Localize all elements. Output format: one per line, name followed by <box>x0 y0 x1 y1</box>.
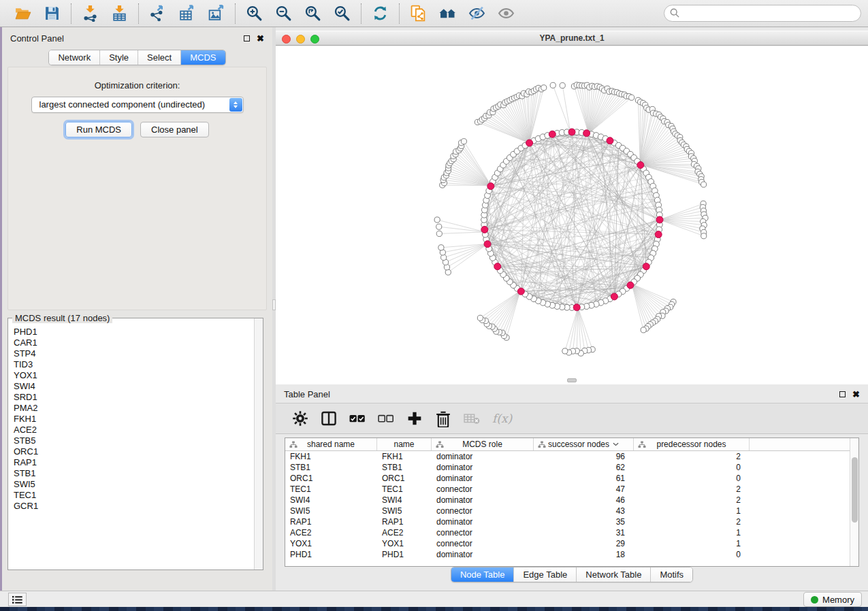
cell-shared-name[interactable]: YOX1 <box>285 538 377 549</box>
cell-successor-nodes[interactable]: 29 <box>534 538 634 549</box>
cell-shared-name[interactable]: RAP1 <box>285 516 377 527</box>
close-table-panel-icon[interactable]: ✖ <box>852 390 860 399</box>
cell-predecessor-nodes[interactable]: 2 <box>634 495 750 506</box>
export-network-icon[interactable] <box>148 4 167 22</box>
cell-name[interactable]: FKH1 <box>377 451 432 462</box>
cell-shared-name[interactable]: ACE2 <box>285 527 377 538</box>
mcds-result-item[interactable]: TEC1 <box>14 490 254 501</box>
cell-name[interactable]: SWI4 <box>377 495 432 506</box>
first-neighbors-icon[interactable] <box>438 4 457 22</box>
cell-shared-name[interactable]: SWI4 <box>285 495 377 506</box>
tab-edge-table[interactable]: Edge Table <box>513 567 576 582</box>
cell-predecessor-nodes[interactable]: 1 <box>634 506 750 516</box>
cell-successor-nodes[interactable]: 46 <box>534 495 634 506</box>
column-header-successor-nodes[interactable]: successor nodes <box>534 438 634 450</box>
mcds-result-item[interactable]: ORC1 <box>14 446 254 457</box>
zoom-in-icon[interactable] <box>245 4 263 22</box>
mcds-result-item[interactable]: PMA2 <box>14 403 254 414</box>
cell-name[interactable]: YOX1 <box>377 538 432 549</box>
deselect-all-icon[interactable] <box>378 410 394 427</box>
tab-style[interactable]: Style <box>99 50 138 65</box>
mcds-result-item[interactable]: SWI5 <box>14 479 254 490</box>
network-window-titlebar[interactable]: YPA_prune.txt_1 <box>276 31 868 46</box>
cell-MCDS-role[interactable]: dominator <box>432 516 534 527</box>
cell-successor-nodes[interactable]: 96 <box>534 451 634 462</box>
zoom-fit-icon[interactable] <box>304 4 322 22</box>
network-hscroll-thumb[interactable] <box>567 378 577 382</box>
cell-predecessor-nodes[interactable]: 1 <box>634 527 750 538</box>
cell-shared-name[interactable]: TEC1 <box>285 484 377 495</box>
cell-predecessor-nodes[interactable]: 0 <box>634 549 750 560</box>
hide-selected-icon[interactable] <box>468 4 486 22</box>
table-row[interactable]: SWI5SWI5connector431 <box>285 506 858 516</box>
column-header-shared-name[interactable]: shared name <box>285 438 377 450</box>
network-snapshot-icon[interactable] <box>409 4 428 22</box>
table-row[interactable]: PHD1PHD1dominator180 <box>285 549 858 560</box>
tab-motifs[interactable]: Motifs <box>650 567 692 582</box>
table-row[interactable]: YOX1YOX1connector291 <box>285 538 858 549</box>
float-table-panel-icon[interactable] <box>839 391 846 397</box>
mcds-result-item[interactable]: SRD1 <box>14 392 254 403</box>
mcds-result-item[interactable]: FKH1 <box>14 414 254 425</box>
cell-successor-nodes[interactable]: 62 <box>534 462 634 473</box>
cell-successor-nodes[interactable]: 43 <box>534 506 634 516</box>
table-row[interactable]: SWI4SWI4dominator462 <box>285 495 858 506</box>
mcds-result-item[interactable]: CAR1 <box>14 337 254 348</box>
zoom-selected-icon[interactable] <box>333 4 351 22</box>
refresh-icon[interactable] <box>371 4 389 22</box>
tab-select[interactable]: Select <box>138 50 180 65</box>
mcds-result-item[interactable]: YOX1 <box>14 370 254 381</box>
cell-name[interactable]: PHD1 <box>377 549 432 560</box>
cell-successor-nodes[interactable]: 47 <box>534 484 634 495</box>
cell-predecessor-nodes[interactable]: 0 <box>634 473 750 484</box>
cell-MCDS-role[interactable]: dominator <box>432 549 534 560</box>
import-network-icon[interactable] <box>81 4 99 22</box>
tab-network-table[interactable]: Network Table <box>576 567 650 582</box>
memory-button[interactable]: Memory <box>803 592 862 607</box>
cell-successor-nodes[interactable]: 18 <box>534 549 634 560</box>
status-menu-button[interactable] <box>8 593 27 606</box>
export-table-icon[interactable] <box>178 4 196 22</box>
mcds-result-list[interactable]: PHD1CAR1STP4TID3YOX1SWI4SRD1PMA2FKH1ACE2… <box>8 323 254 569</box>
zoom-out-icon[interactable] <box>274 4 293 22</box>
cell-MCDS-role[interactable]: dominator <box>432 451 534 462</box>
cell-name[interactable]: RAP1 <box>377 516 432 527</box>
table-scrollbar-thumb[interactable] <box>852 457 858 523</box>
cell-shared-name[interactable]: PHD1 <box>285 549 377 560</box>
cell-successor-nodes[interactable]: 61 <box>534 473 634 484</box>
mcds-result-item[interactable]: STP4 <box>14 348 254 359</box>
cell-MCDS-role[interactable]: connector <box>432 538 534 549</box>
table-row[interactable]: ORC1ORC1dominator610 <box>285 473 858 484</box>
cell-name[interactable]: STB1 <box>377 462 432 473</box>
tab-network[interactable]: Network <box>49 50 99 65</box>
columns-icon[interactable] <box>321 410 337 427</box>
cell-MCDS-role[interactable]: connector <box>432 506 534 516</box>
mcds-list-scrollbar[interactable] <box>254 318 263 569</box>
cell-MCDS-role[interactable]: connector <box>432 527 534 538</box>
cell-successor-nodes[interactable]: 35 <box>534 516 634 527</box>
mcds-result-item[interactable]: TID3 <box>14 359 254 370</box>
cell-name[interactable]: TEC1 <box>377 484 432 495</box>
cell-name[interactable]: ORC1 <box>377 473 432 484</box>
cell-MCDS-role[interactable]: connector <box>432 484 534 495</box>
export-image-icon[interactable] <box>207 4 225 22</box>
table-scrollbar[interactable] <box>850 438 858 566</box>
cell-shared-name[interactable]: FKH1 <box>285 451 377 462</box>
table-row[interactable]: RAP1RAP1dominator352 <box>285 516 858 527</box>
mcds-result-item[interactable]: SWI4 <box>14 381 254 392</box>
cell-MCDS-role[interactable]: dominator <box>432 495 534 506</box>
table-row[interactable]: FKH1FKH1dominator962 <box>285 451 858 462</box>
mcds-result-item[interactable]: GCR1 <box>14 501 254 512</box>
show-all-icon[interactable] <box>497 4 515 22</box>
cell-MCDS-role[interactable]: dominator <box>432 462 534 473</box>
gear-icon[interactable] <box>292 410 308 427</box>
mcds-result-item[interactable]: ACE2 <box>14 425 254 435</box>
cell-shared-name[interactable]: SWI5 <box>285 506 377 516</box>
cell-predecessor-nodes[interactable]: 2 <box>634 451 750 462</box>
cell-predecessor-nodes[interactable]: 2 <box>634 484 750 495</box>
cell-name[interactable]: SWI5 <box>377 506 432 516</box>
column-header-name[interactable]: name <box>377 438 432 450</box>
search-input[interactable] <box>664 5 861 22</box>
mcds-result-item[interactable]: RAP1 <box>14 457 254 468</box>
network-canvas[interactable] <box>276 46 868 384</box>
